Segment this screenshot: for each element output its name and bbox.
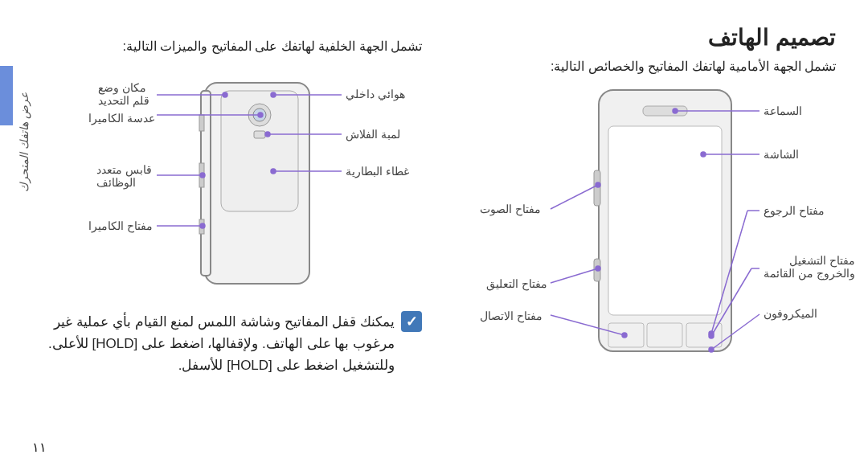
svg-rect-5 [254, 131, 265, 138]
svg-point-46 [596, 266, 600, 271]
svg-point-18 [223, 92, 227, 97]
label-strap: مكان وضع قلم التحديد [98, 81, 149, 107]
svg-rect-29 [594, 170, 600, 206]
label-screen: الشاشة [764, 148, 799, 161]
label-back-key: مفتاح الرجوع [764, 204, 825, 217]
svg-point-14 [271, 169, 276, 174]
svg-point-20 [200, 173, 205, 178]
label-multi: قابس متعدد الوظائف [96, 163, 152, 189]
section-tab [0, 66, 13, 125]
label-power-key: مفتاح التشغيل والخروج من القائمة [764, 254, 855, 280]
svg-point-16 [258, 113, 263, 117]
label-volume: مفتاح الصوت [480, 203, 541, 215]
label-call: مفتاح الاتصال [480, 309, 542, 322]
label-hold: مفتاح التعليق [486, 277, 547, 290]
label-flash: لمبة الفلاش [346, 128, 400, 141]
svg-point-12 [265, 132, 270, 137]
note-text: يمكنك قفل المفاتيح وشاشة اللمس لمنع القي… [24, 311, 395, 377]
back-subtitle: تشمل الجهة الخلفية لهاتفك على المفاتيح و… [24, 39, 430, 54]
label-mic: الميكروفون [764, 307, 817, 320]
label-cover: غطاء البطارية [346, 165, 409, 178]
page-number: ١١ [32, 440, 47, 455]
svg-point-48 [622, 333, 627, 338]
label-speaker: السماعة [764, 104, 802, 117]
svg-point-44 [596, 182, 600, 187]
svg-point-22 [200, 223, 205, 228]
svg-point-10 [271, 92, 276, 97]
svg-line-43 [551, 185, 598, 209]
svg-point-42 [709, 347, 714, 352]
svg-line-45 [551, 268, 598, 283]
svg-rect-6 [199, 115, 204, 131]
label-lens: عدسة الكاميرا [88, 112, 155, 125]
svg-point-34 [701, 152, 706, 157]
svg-point-32 [673, 109, 678, 113]
label-cam-key: مفتاح الكاميرا [88, 219, 153, 232]
phone-back-diagram [24, 67, 426, 308]
phone-front-diagram [430, 82, 832, 379]
label-antenna: هوائي داخلي [346, 88, 405, 100]
note-icon [401, 311, 422, 332]
svg-point-40 [709, 334, 714, 338]
